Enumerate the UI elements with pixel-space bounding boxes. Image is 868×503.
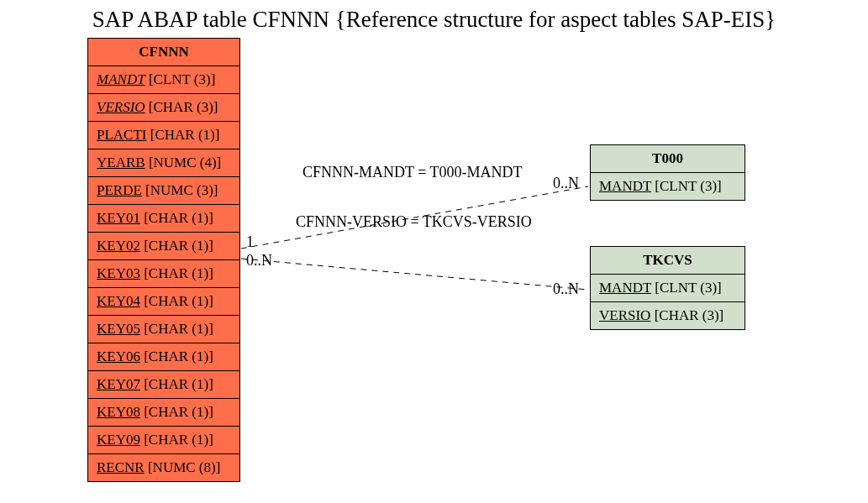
table-tkcvs-header: TKCVS [591,247,744,275]
field-type: [NUMC (8)] [148,459,220,475]
table-row: MANDT [CLNT (3)] [591,173,744,200]
field-name: KEY03 [97,265,140,281]
field-name: KEY06 [97,348,140,364]
table-row: PERDE [NUMC (3)] [88,177,239,205]
field-name: KEY07 [97,376,140,392]
field-name: PERDE [97,182,142,198]
field-name: YEARB [97,155,145,170]
table-row: VERSIO [CHAR (3)] [591,302,744,329]
table-cfnnn-header: CFNNN [88,39,239,66]
field-name: KEY04 [97,293,140,309]
field-type: [CHAR (1)] [144,432,213,448]
field-name: KEY08 [97,404,140,420]
page-title: SAP ABAP table CFNNN {Reference structur… [0,7,868,33]
field-type: [CHAR (1)] [144,376,213,392]
table-t000: T000 MANDT [CLNT (3)] [590,144,745,201]
field-type: [NUMC (4)] [149,155,221,170]
table-row: KEY04 [CHAR (1)] [88,288,239,316]
table-cfnnn: CFNNN MANDT [CLNT (3)] VERSIO [CHAR (3)]… [87,38,240,482]
table-row: KEY03 [CHAR (1)] [88,260,239,288]
field-type: [CLNT (3)] [655,280,721,296]
field-type: [CHAR (1)] [144,238,213,254]
table-row: MANDT [CLNT (3)] [88,66,239,94]
field-type: [CHAR (1)] [144,293,213,309]
field-type: [CLNT (3)] [149,71,215,87]
field-name: MANDT [97,71,145,87]
table-row: VERSIO [CHAR (3)] [88,94,239,122]
field-name: KEY05 [97,321,140,337]
table-row: KEY06 [CHAR (1)] [88,343,239,371]
table-row: KEY01 [CHAR (1)] [88,205,239,233]
table-row: KEY05 [CHAR (1)] [88,316,239,343]
table-row: YEARB [NUMC (4)] [88,149,239,177]
table-row: KEY08 [CHAR (1)] [88,399,239,427]
svg-line-1 [241,259,588,290]
table-t000-header: T000 [591,145,744,173]
field-type: [CHAR (3)] [655,307,724,323]
field-type: [CHAR (1)] [144,404,213,420]
field-name: VERSIO [599,307,650,323]
table-row: KEY09 [CHAR (1)] [88,427,239,454]
field-type: [CHAR (1)] [150,127,220,143]
field-name: RECNR [97,459,145,475]
field-type: [NUMC (3)] [145,182,218,198]
cardinality-right-tkcvs: 0..N [553,280,579,298]
table-row: RECNR [NUMC (8)] [88,454,239,481]
field-type: [CHAR (1)] [144,265,213,281]
table-row: KEY07 [CHAR (1)] [88,371,239,399]
field-type: [CLNT (3)] [655,178,721,194]
table-row: PLACTI [CHAR (1)] [88,122,239,149]
relation-label-versio: CFNNN-VERSIO = TKCVS-VERSIO [296,213,532,231]
field-type: [CHAR (1)] [144,348,213,364]
relation-label-mandt: CFNNN-MANDT = T000-MANDT [302,164,523,181]
field-type: [CHAR (1)] [144,321,213,337]
field-name: MANDT [599,280,651,296]
field-type: [CHAR (1)] [144,210,213,226]
field-name: VERSIO [97,99,145,115]
cardinality-right-t000: 0..N [553,175,579,192]
field-name: KEY02 [97,238,140,254]
table-row: MANDT [CLNT (3)] [591,275,744,302]
cardinality-left-top: 1 [246,233,254,251]
field-type: [CHAR (3)] [149,99,218,115]
field-name: MANDT [599,178,651,194]
field-name: KEY09 [97,432,140,448]
field-name: PLACTI [97,127,147,143]
cardinality-left-bot: 0..N [246,252,272,270]
table-row: KEY02 [CHAR (1)] [88,233,239,260]
field-name: KEY01 [97,210,140,226]
table-tkcvs: TKCVS MANDT [CLNT (3)] VERSIO [CHAR (3)] [590,246,745,330]
